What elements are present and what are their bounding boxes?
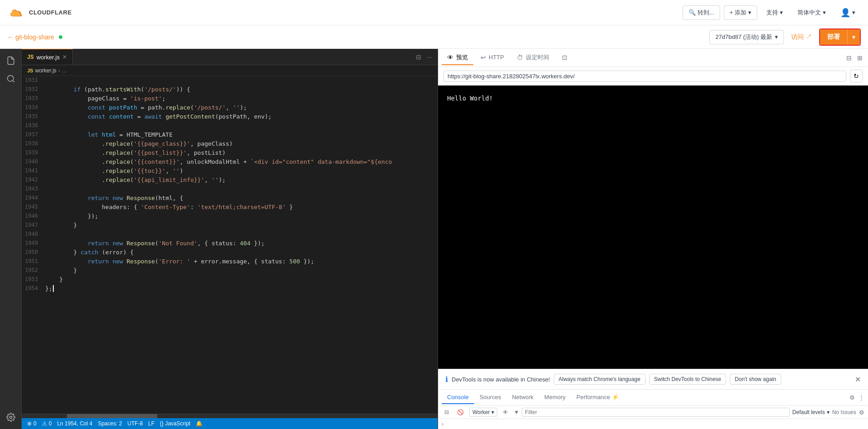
code-line-1949: 1949 return new Response('Not Found', { … — [22, 239, 438, 248]
preview-panel-toggle[interactable]: ⊟ — [844, 52, 854, 63]
status-bar: ⊗ 0 ⚠ 0 Ln 1954, Col 4 Spaces: 2 UTF-8 L… — [22, 418, 438, 429]
grid-icon: ⊡ — [562, 54, 567, 61]
chevron-down-icon: ▾ — [748, 9, 751, 16]
tab-timer[interactable]: ⏱ 设定时间 — [511, 51, 555, 65]
always-match-button[interactable]: Always match Chrome's language — [554, 374, 646, 385]
branch-selector[interactable]: 27d7bd87 (活动) 最新 ▾ — [709, 30, 784, 44]
code-line-1939: 1939 .replace('{{post_list}}', postList) — [22, 148, 438, 157]
editor-scrollbar[interactable] — [22, 414, 438, 418]
code-line-1936: 1936 — [22, 121, 438, 130]
account-button[interactable]: 👤 ▾ — [835, 5, 861, 20]
more-actions-button[interactable]: ··· — [425, 52, 434, 62]
worker-header: ← git-blog-share 27d7bd87 (活动) 最新 ▾ 访问 ↗… — [0, 25, 868, 49]
code-line-1944: 1944 return new Response(html, { — [22, 194, 438, 203]
add-button[interactable]: + 添加 ▾ — [724, 5, 757, 20]
worker-selector[interactable]: Worker ▾ — [469, 408, 497, 417]
tab-preview[interactable]: 👁 预览 — [442, 51, 473, 65]
info-icon: ℹ — [445, 375, 448, 384]
visit-link[interactable]: 访问 ↗ — [791, 33, 812, 41]
devtools-tab-network[interactable]: Network — [506, 391, 539, 404]
code-line-1938: 1938 .replace('{{page_class}}', pageClas… — [22, 139, 438, 148]
support-button[interactable]: 支持 ▾ — [761, 6, 788, 19]
chevron-down-icon: ▾ — [775, 33, 778, 40]
filter-icon: ▼ — [514, 409, 519, 415]
deploy-dropdown-button[interactable]: ▾ — [847, 29, 860, 45]
devtools-settings-button[interactable]: ⚙ — [849, 394, 855, 401]
switch-devtools-button[interactable]: Switch DevTools to Chinese — [649, 374, 726, 385]
code-line-1948: 1948 — [22, 230, 438, 239]
cloudflare-logo-icon — [7, 7, 25, 19]
code-line-1943: 1943 — [22, 185, 438, 194]
url-input[interactable] — [443, 71, 846, 82]
devtools-tabs: Console Sources Network Memory Performan… — [438, 390, 868, 406]
preview-fullscreen[interactable]: ⊞ — [855, 52, 864, 63]
tab-actions: ⊟ ··· — [414, 49, 438, 65]
http-icon: ↩ — [481, 54, 486, 61]
right-panel: 👁 预览 ↩ HTTP ⏱ 设定时间 ⊡ ⊟ ⊞ ↻ Hello — [438, 49, 868, 429]
notification-close-button[interactable]: ✕ — [855, 375, 861, 384]
devtools-tab-sources[interactable]: Sources — [474, 391, 507, 404]
back-link[interactable]: ← git-blog-share — [7, 33, 62, 41]
status-line-ending: LF — [148, 420, 155, 427]
main-layout: JS worker.js ✕ ⊟ ··· JS worker.js › ... … — [0, 49, 868, 429]
code-line-1946: 1946 }); — [22, 212, 438, 221]
tab-http[interactable]: ↩ HTTP — [475, 51, 509, 65]
refresh-button[interactable]: ↻ — [850, 70, 863, 82]
goto-button[interactable]: 🔍 转到... — [683, 5, 720, 20]
editor-tab-worker-js[interactable]: JS worker.js ✕ — [22, 49, 73, 65]
clear-console-button[interactable]: 🚫 — [454, 408, 467, 416]
tab-close-button[interactable]: ✕ — [62, 54, 67, 60]
chevron-down-icon: ▾ — [491, 409, 494, 415]
sidebar-icon-files[interactable] — [3, 52, 19, 69]
error-icon: ⊗ — [27, 420, 32, 427]
console-content: › — [438, 419, 868, 429]
chevron-down-icon: ▾ — [852, 33, 855, 41]
eye-filter-button[interactable]: 👁 — [500, 408, 511, 416]
chevron-down-icon: ▾ — [780, 9, 783, 16]
code-line-1954: 1954 }; — [22, 284, 438, 293]
js-file-icon: JS — [27, 54, 34, 60]
code-line-1950: 1950 } catch (error) { — [22, 248, 438, 257]
svg-line-1 — [12, 81, 14, 82]
svg-point-0 — [7, 76, 13, 81]
code-line-1940: 1940 .replace('{{content}}', unlockModal… — [22, 157, 438, 167]
split-editor-button[interactable]: ⊟ — [414, 52, 423, 62]
devtools-tab-actions: ⚙ ⋮ — [849, 394, 864, 401]
code-line-1937: 1937 let html = HTML_TEMPLATE — [22, 130, 438, 139]
preview-tabs: 👁 预览 ↩ HTTP ⏱ 设定时间 ⊡ ⊟ ⊞ — [438, 49, 868, 67]
sidebar-toggle-button[interactable]: ⊟ — [442, 408, 452, 416]
code-line-1931: 1931 — [22, 76, 438, 85]
status-bell-icon: 🔔 — [196, 420, 203, 427]
console-toolbar: ⊟ 🚫 Worker ▾ 👁 ▼ Default levels ▾ No Iss… — [438, 406, 868, 419]
sidebar-icon-settings[interactable] — [3, 409, 19, 425]
sidebar-icon-search[interactable] — [3, 71, 19, 87]
devtools-tab-memory[interactable]: Memory — [539, 391, 571, 404]
devtools-tab-performance[interactable]: Performance ⚡ — [571, 391, 624, 404]
status-position: Ln 1954, Col 4 — [57, 420, 92, 427]
code-line-1945: 1945 headers: { 'Content-Type': 'text/ht… — [22, 203, 438, 212]
devtools-more-button[interactable]: ⋮ — [859, 394, 864, 401]
devtools-tab-console[interactable]: Console — [442, 391, 474, 404]
dont-show-again-button[interactable]: Don't show again — [730, 374, 781, 385]
chevron-down-icon: ▾ — [852, 9, 855, 16]
console-expand-arrow[interactable]: › — [442, 421, 443, 427]
status-language: {} JavaScript — [160, 420, 190, 427]
brand-name: CLOUDFLARE — [29, 9, 72, 16]
tab-extra[interactable]: ⊡ — [557, 51, 573, 65]
status-spaces: Spaces: 2 — [98, 420, 122, 427]
deploy-group: 部署 ▾ — [819, 29, 861, 46]
default-levels-dropdown[interactable]: Default levels ▾ — [793, 409, 830, 415]
code-editor[interactable]: 1931 1932 if (path.startsWith('/posts/')… — [22, 76, 438, 414]
code-line-1941: 1941 .replace('{{toc}}', '') — [22, 167, 438, 176]
deploy-button[interactable]: 部署 — [820, 29, 847, 45]
chevron-down-icon: ▾ — [827, 409, 830, 415]
active-indicator — [59, 35, 62, 39]
tab-bar: JS worker.js ✕ ⊟ ··· — [22, 49, 438, 65]
breadcrumb: JS worker.js › ... — [22, 65, 438, 76]
language-button[interactable]: 简体中文 ▾ — [792, 6, 831, 19]
console-settings-button[interactable]: ⚙ — [859, 409, 864, 416]
preview-content: Hello World! — [438, 86, 868, 369]
filter-input[interactable] — [522, 408, 789, 417]
editor-scrollbar-thumb[interactable] — [67, 414, 157, 418]
code-line-1947: 1947 } — [22, 221, 438, 230]
